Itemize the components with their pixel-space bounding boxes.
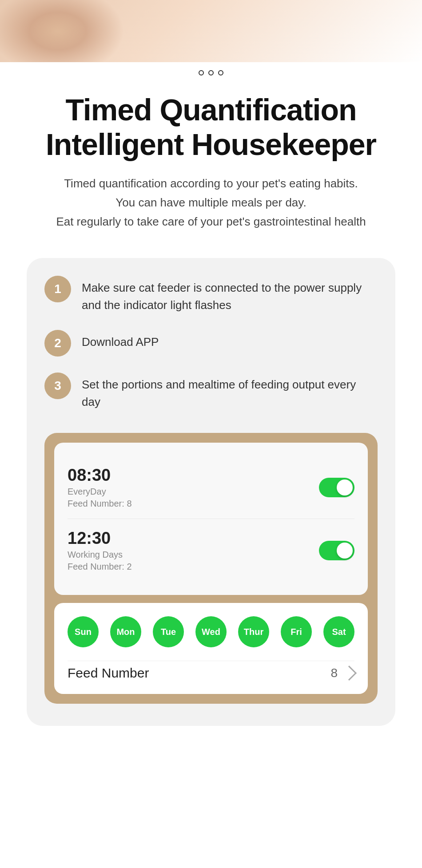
dot-1 <box>199 70 204 75</box>
step-item-1: 1 Make sure cat feeder is connected to t… <box>44 276 378 314</box>
days-row: Sun Mon Tue Wed Thur Fri Sat <box>68 616 354 647</box>
feed-number-value: 8 <box>330 666 354 680</box>
schedule-inner: 08:30 EveryDay Feed Number: 8 12:30 Work… <box>54 443 368 595</box>
main-card: 1 Make sure cat feeder is connected to t… <box>27 258 395 726</box>
feed-entry-1: 08:30 EveryDay Feed Number: 8 <box>68 456 354 519</box>
title-section: Timed Quantification Intelligent Houseke… <box>0 83 422 245</box>
feed-number-row[interactable]: Feed Number 8 <box>68 661 354 681</box>
day-tue[interactable]: Tue <box>153 616 184 647</box>
step-number-3: 3 <box>44 373 71 399</box>
chevron-right-icon <box>342 666 357 681</box>
feed-entry-2-info: 12:30 Working Days Feed Number: 2 <box>68 529 132 572</box>
toggle-knob-1 <box>337 480 353 495</box>
page-indicator <box>0 62 422 83</box>
feed-number-label: Feed Number <box>68 666 149 681</box>
step-text-3: Set the portions and mealtime of feeding… <box>82 373 378 411</box>
feed-time-2: 12:30 <box>68 529 132 548</box>
step-item-2: 2 Download APP <box>44 330 378 357</box>
day-sat[interactable]: Sat <box>323 616 354 647</box>
feed-frequency-2: Working Days <box>68 550 132 560</box>
main-title: Timed Quantification Intelligent Houseke… <box>18 92 404 162</box>
dot-3 <box>218 70 223 75</box>
feed-time-1: 08:30 <box>68 466 132 485</box>
toggle-knob-2 <box>337 543 353 559</box>
step-item-3: 3 Set the portions and mealtime of feedi… <box>44 373 378 411</box>
day-sun[interactable]: Sun <box>68 616 99 647</box>
days-card: Sun Mon Tue Wed Thur Fri Sat <box>54 603 368 694</box>
step-text-1: Make sure cat feeder is connected to the… <box>82 276 378 314</box>
feed-number-meta-1: Feed Number: 8 <box>68 499 132 509</box>
step-text-2: Download APP <box>82 330 159 351</box>
feed-number-meta-2: Feed Number: 2 <box>68 562 132 572</box>
dot-2 <box>208 70 214 75</box>
day-wed[interactable]: Wed <box>195 616 227 647</box>
step-number-2: 2 <box>44 330 71 357</box>
feed-frequency-1: EveryDay <box>68 487 132 497</box>
toggle-2[interactable] <box>319 541 354 560</box>
day-thur[interactable]: Thur <box>238 616 269 647</box>
steps-list: 1 Make sure cat feeder is connected to t… <box>44 276 378 411</box>
toggle-1[interactable] <box>319 478 354 497</box>
feed-entry-1-info: 08:30 EveryDay Feed Number: 8 <box>68 466 132 509</box>
subtitle-text: Timed quantification according to your p… <box>18 174 404 231</box>
feed-entry-2: 12:30 Working Days Feed Number: 2 <box>68 519 354 582</box>
day-mon[interactable]: Mon <box>110 616 141 647</box>
day-fri[interactable]: Fri <box>281 616 312 647</box>
top-decorative-image <box>0 0 422 62</box>
schedule-outer: 08:30 EveryDay Feed Number: 8 12:30 Work… <box>44 433 378 704</box>
step-number-1: 1 <box>44 276 71 302</box>
